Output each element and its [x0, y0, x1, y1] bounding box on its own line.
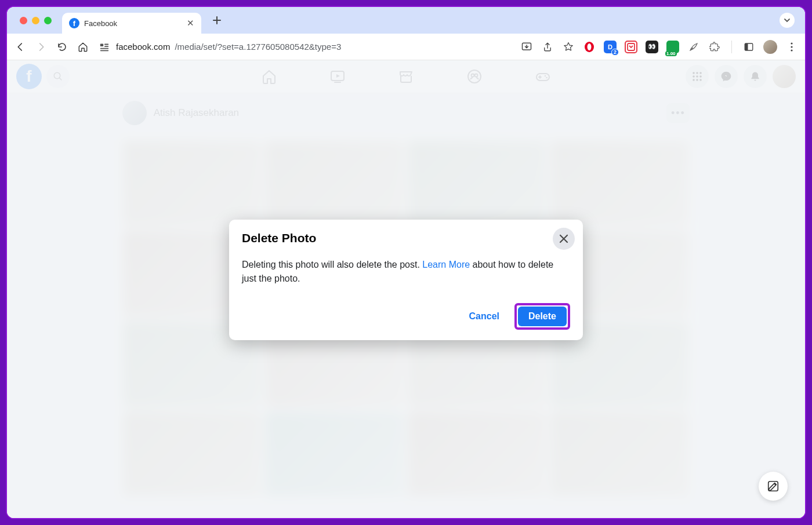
svg-point-7 — [588, 43, 592, 50]
delete-button-highlight: Delete — [514, 303, 570, 330]
toolbar-divider — [731, 41, 732, 53]
browser-tab[interactable]: f Facebook ✕ — [62, 13, 201, 34]
share-icon[interactable] — [541, 41, 554, 53]
compose-fab[interactable] — [759, 472, 788, 501]
extension-opera[interactable] — [583, 41, 596, 53]
profile-avatar-icon[interactable] — [763, 40, 777, 54]
cancel-button[interactable]: Cancel — [461, 307, 507, 326]
close-window-button[interactable] — [20, 17, 27, 24]
svg-point-12 — [791, 46, 792, 48]
bookmark-star-icon[interactable] — [562, 41, 575, 53]
close-tab-button[interactable]: ✕ — [187, 18, 194, 28]
extension-green[interactable]: 1.00 — [666, 41, 679, 53]
url-path: /media/set/?set=a.1277605080542&type=3 — [175, 42, 341, 52]
new-tab-button[interactable] — [208, 12, 226, 29]
dialog-close-button[interactable] — [553, 228, 575, 250]
delete-photo-dialog: Delete Photo Deleting this photo will al… — [229, 220, 583, 340]
svg-rect-10 — [745, 43, 748, 50]
dialog-body-pre: Deleting this photo will also delete the… — [242, 260, 422, 269]
extension-quill[interactable] — [687, 41, 700, 53]
extension-d[interactable]: D 2 — [604, 41, 617, 53]
svg-rect-0 — [100, 43, 103, 46]
svg-rect-3 — [100, 48, 108, 49]
extension-badge-2: 1.00 — [665, 51, 677, 56]
browser-toolbar: facebook.com/media/set/?set=a.1277605080… — [7, 34, 805, 60]
forward-button[interactable] — [35, 41, 48, 53]
page-content: f — [7, 60, 805, 518]
extension-eyes[interactable]: 👀 — [646, 41, 658, 53]
site-info-icon[interactable] — [97, 40, 111, 54]
toolbar-right-icons: D 2 👀 1.00 — [520, 40, 798, 54]
dialog-body: Deleting this photo will also delete the… — [242, 258, 570, 286]
dialog-actions: Cancel Delete — [242, 303, 570, 330]
extension-pocket[interactable] — [625, 41, 637, 53]
side-panel-icon[interactable] — [742, 41, 755, 53]
svg-rect-1 — [104, 43, 108, 45]
home-button[interactable] — [77, 41, 89, 53]
svg-rect-4 — [100, 50, 108, 51]
svg-point-11 — [791, 42, 792, 44]
facebook-favicon: f — [69, 18, 79, 28]
address-bar[interactable]: facebook.com/media/set/?set=a.1277605080… — [97, 40, 512, 54]
kebab-menu-icon[interactable] — [785, 41, 798, 53]
svg-rect-31 — [768, 482, 778, 491]
tab-overview-button[interactable] — [780, 13, 795, 28]
svg-rect-2 — [104, 46, 108, 47]
minimize-window-button[interactable] — [32, 17, 39, 24]
learn-more-link[interactable]: Learn More — [422, 260, 470, 269]
svg-point-13 — [791, 49, 792, 51]
maximize-window-button[interactable] — [44, 17, 52, 24]
extension-badge: 2 — [611, 49, 619, 56]
back-button[interactable] — [14, 41, 27, 53]
macos-traffic-lights — [20, 17, 52, 24]
tab-strip: f Facebook ✕ — [7, 7, 805, 34]
browser-window: f Facebook ✕ facebook.co — [6, 6, 806, 519]
install-pwa-icon[interactable] — [520, 41, 533, 53]
dialog-title: Delete Photo — [242, 231, 570, 245]
tab-title: Facebook — [84, 19, 117, 28]
reload-button[interactable] — [56, 41, 68, 53]
url-domain: facebook.com — [116, 42, 170, 52]
extensions-puzzle-icon[interactable] — [708, 41, 721, 53]
delete-button[interactable]: Delete — [518, 307, 567, 326]
